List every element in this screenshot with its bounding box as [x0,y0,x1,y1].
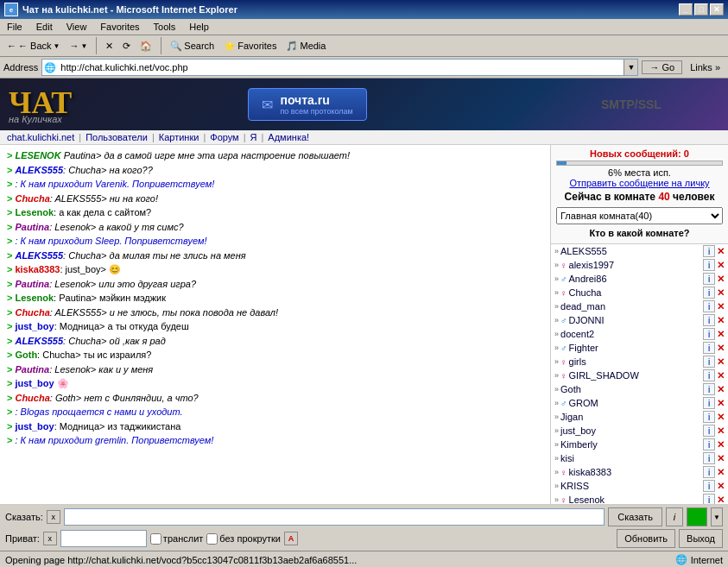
menu-edit[interactable]: Edit [34,21,55,33]
user-info-button[interactable]: i [703,438,715,450]
user-info-button[interactable]: i [703,494,715,504]
user-info-button[interactable]: i [703,383,715,395]
say-button[interactable]: Сказать [608,507,662,526]
menu-view[interactable]: View [64,21,90,33]
user-name[interactable]: Andrei86 [569,274,701,284]
stop-button[interactable]: ✕ [102,39,117,54]
user-name[interactable]: DJONNI [569,315,701,325]
user-remove-button[interactable]: ✕ [717,315,725,326]
user-remove-button[interactable]: ✕ [717,453,725,464]
privat-x-button[interactable]: x [43,532,57,545]
user-name[interactable]: Goth [560,384,701,394]
user-name[interactable]: just_boy [560,425,701,436]
banner-mail[interactable]: ✉ почта.ru по всем протоколам [248,88,366,121]
refresh-button[interactable]: ⟳ [119,39,134,54]
color-button[interactable] [687,507,707,526]
user-remove-button[interactable]: ✕ [717,495,725,505]
user-remove-button[interactable]: ✕ [717,343,725,354]
user-name[interactable]: Lesenok [569,495,701,504]
nav-users[interactable]: Пользователи [85,132,148,142]
user-info-button[interactable]: i [703,397,715,409]
privat-input[interactable] [60,530,147,547]
user-remove-button[interactable]: ✕ [717,287,725,299]
back-button[interactable]: ← ← Back ▼ [3,39,63,53]
update-button[interactable]: Обновить [617,529,675,548]
msg-username[interactable]: just_boy [15,378,54,388]
user-remove-button[interactable]: ✕ [717,384,725,395]
msg-username[interactable]: Lesenok [15,207,54,217]
user-info-button[interactable]: i [703,273,715,285]
user-name[interactable]: GIRL_SHADOW [569,370,701,381]
user-name[interactable]: GROM [569,398,701,408]
user-name[interactable]: Jigan [560,412,701,422]
menu-help[interactable]: Help [187,21,212,33]
user-name[interactable]: girls [569,356,701,367]
msg-username[interactable]: Pautina [15,279,49,289]
home-button[interactable]: 🏠 [136,39,155,54]
msg-username[interactable]: ALEKS555 [15,336,63,346]
msg-username[interactable]: Chucha [15,393,49,403]
msg-username[interactable]: Lesenok [15,293,54,303]
user-remove-button[interactable]: ✕ [717,412,725,423]
user-remove-button[interactable]: ✕ [717,260,725,271]
user-info-button[interactable]: i [703,411,715,423]
forward-button[interactable]: → ▼ [66,39,91,53]
user-name[interactable]: dead_man [560,301,701,312]
search-button[interactable]: 🔍 Search [167,39,218,54]
user-remove-button[interactable]: ✕ [717,274,725,285]
user-name[interactable]: Fighter [569,343,701,353]
translit-checkbox[interactable] [150,533,161,545]
msg-username[interactable]: Pautina [15,222,49,232]
minimize-button[interactable]: _ [679,3,693,16]
user-remove-button[interactable]: ✕ [717,425,725,437]
user-remove-button[interactable]: ✕ [717,356,725,368]
exit-button[interactable]: Выход [679,529,723,548]
msg-username[interactable]: ALEKS555 [15,165,63,175]
user-info-button[interactable]: i [703,328,715,340]
user-info-button[interactable]: i [703,342,715,354]
user-info-button[interactable]: i [703,452,715,464]
say-x-button[interactable]: x [47,510,60,524]
user-remove-button[interactable]: ✕ [717,439,725,450]
address-input[interactable] [58,62,624,72]
user-info-button[interactable]: i [703,245,715,257]
user-remove-button[interactable]: ✕ [717,467,725,478]
user-name[interactable]: docent2 [560,329,701,339]
a-button[interactable]: А [284,532,298,545]
user-name[interactable]: KRISS [560,481,701,491]
user-info-button[interactable]: i [703,300,715,312]
window-controls[interactable]: _ □ ✕ [679,3,724,16]
media-button[interactable]: 🎵 Media [282,39,329,54]
user-name[interactable]: kisi [560,453,701,463]
nav-pictures[interactable]: Картинки [159,132,199,142]
user-remove-button[interactable]: ✕ [717,329,725,340]
chat-messages[interactable]: >LESENOK Pautina> да в самой игре мне эт… [0,145,551,504]
user-name[interactable]: ALEKS555 [560,246,701,256]
nav-site[interactable]: chat.kulichki.net [7,132,74,142]
msg-username[interactable]: Chucha [15,193,49,204]
user-info-button[interactable]: i [703,314,715,326]
msg-username[interactable]: kiska8383 [15,264,60,274]
send-message-link[interactable]: Отправить сообщение на личку [556,178,723,188]
menu-favorites[interactable]: Favorites [98,21,142,33]
color-dropdown-icon[interactable]: ▼ [711,507,723,526]
nav-forum[interactable]: Форум [210,132,238,142]
msg-username[interactable]: LESENOK [15,150,60,161]
nav-admin[interactable]: Админка! [268,132,309,142]
user-info-button[interactable]: i [703,287,715,299]
menu-file[interactable]: File [4,21,25,33]
user-info-button[interactable]: i [703,480,715,492]
user-name[interactable]: Kimberly [560,439,701,450]
user-remove-button[interactable]: ✕ [717,246,725,257]
user-info-button[interactable]: i [703,466,715,478]
links-button[interactable]: Links » [686,60,725,74]
go-button[interactable]: → Go [642,60,682,74]
user-name[interactable]: alexis1997 [569,260,701,270]
user-remove-button[interactable]: ✕ [717,370,725,381]
msg-username[interactable]: ALEKS555 [15,250,63,261]
user-name[interactable]: Chucha [569,287,701,298]
nav-me[interactable]: Я [250,132,257,142]
user-remove-button[interactable]: ✕ [717,301,725,312]
msg-username[interactable]: just_boy [15,421,54,432]
msg-username[interactable]: Chucha [15,307,49,318]
